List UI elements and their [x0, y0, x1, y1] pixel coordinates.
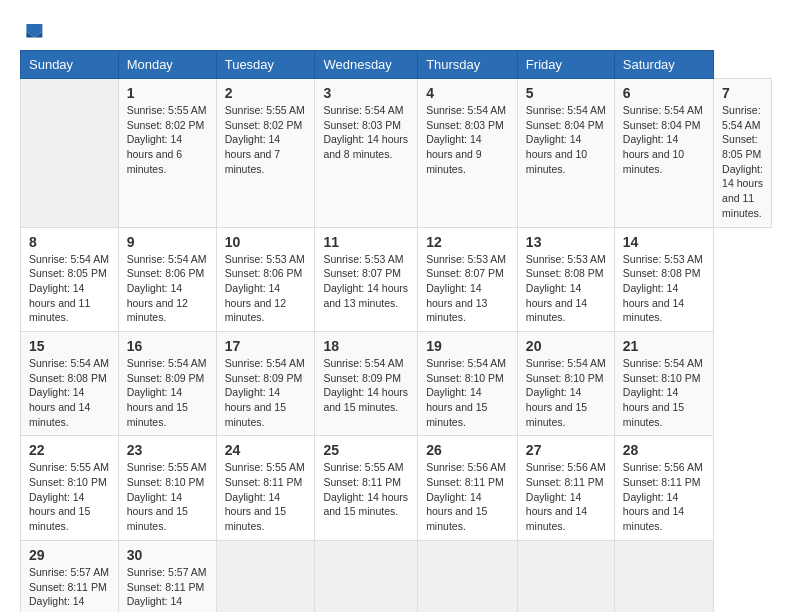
calendar-day-cell: 4 Sunrise: 5:54 AM Sunset: 8:03 PM Dayli…	[418, 79, 518, 228]
day-info: Sunrise: 5:55 AM Sunset: 8:10 PM Dayligh…	[29, 460, 110, 533]
calendar-day-cell: 14 Sunrise: 5:53 AM Sunset: 8:08 PM Dayl…	[614, 227, 713, 331]
calendar-day-cell: 29 Sunrise: 5:57 AM Sunset: 8:11 PM Dayl…	[21, 540, 119, 612]
day-number: 7	[722, 85, 763, 101]
page-header	[20, 20, 772, 40]
day-number: 29	[29, 547, 110, 563]
day-number: 19	[426, 338, 509, 354]
calendar-day-cell: 24 Sunrise: 5:55 AM Sunset: 8:11 PM Dayl…	[216, 436, 315, 540]
day-number: 10	[225, 234, 307, 250]
calendar-day-cell: 10 Sunrise: 5:53 AM Sunset: 8:06 PM Dayl…	[216, 227, 315, 331]
day-info: Sunrise: 5:57 AM Sunset: 8:11 PM Dayligh…	[29, 565, 110, 612]
weekday-header: Sunday	[21, 51, 119, 79]
day-number: 14	[623, 234, 705, 250]
calendar-day-cell: 1 Sunrise: 5:55 AM Sunset: 8:02 PM Dayli…	[118, 79, 216, 228]
day-number: 27	[526, 442, 606, 458]
calendar-day-cell: 30 Sunrise: 5:57 AM Sunset: 8:11 PM Dayl…	[118, 540, 216, 612]
day-info: Sunrise: 5:53 AM Sunset: 8:08 PM Dayligh…	[623, 252, 705, 325]
calendar-day-cell: 19 Sunrise: 5:54 AM Sunset: 8:10 PM Dayl…	[418, 331, 518, 435]
day-number: 28	[623, 442, 705, 458]
day-info: Sunrise: 5:56 AM Sunset: 8:11 PM Dayligh…	[526, 460, 606, 533]
calendar-day-cell	[614, 540, 713, 612]
logo-icon	[20, 20, 44, 40]
day-info: Sunrise: 5:54 AM Sunset: 8:10 PM Dayligh…	[426, 356, 509, 429]
calendar-day-cell	[418, 540, 518, 612]
calendar-week-row: 8 Sunrise: 5:54 AM Sunset: 8:05 PM Dayli…	[21, 227, 772, 331]
day-number: 12	[426, 234, 509, 250]
day-info: Sunrise: 5:54 AM Sunset: 8:08 PM Dayligh…	[29, 356, 110, 429]
day-info: Sunrise: 5:54 AM Sunset: 8:04 PM Dayligh…	[623, 103, 705, 176]
weekday-header: Friday	[517, 51, 614, 79]
day-info: Sunrise: 5:54 AM Sunset: 8:03 PM Dayligh…	[426, 103, 509, 176]
calendar-day-cell: 27 Sunrise: 5:56 AM Sunset: 8:11 PM Dayl…	[517, 436, 614, 540]
day-number: 22	[29, 442, 110, 458]
day-number: 18	[323, 338, 409, 354]
calendar-day-cell: 20 Sunrise: 5:54 AM Sunset: 8:10 PM Dayl…	[517, 331, 614, 435]
calendar-day-cell: 15 Sunrise: 5:54 AM Sunset: 8:08 PM Dayl…	[21, 331, 119, 435]
day-info: Sunrise: 5:53 AM Sunset: 8:07 PM Dayligh…	[426, 252, 509, 325]
day-info: Sunrise: 5:55 AM Sunset: 8:11 PM Dayligh…	[323, 460, 409, 519]
day-number: 2	[225, 85, 307, 101]
day-number: 20	[526, 338, 606, 354]
weekday-header: Thursday	[418, 51, 518, 79]
calendar-day-cell: 13 Sunrise: 5:53 AM Sunset: 8:08 PM Dayl…	[517, 227, 614, 331]
calendar-day-cell: 6 Sunrise: 5:54 AM Sunset: 8:04 PM Dayli…	[614, 79, 713, 228]
day-info: Sunrise: 5:54 AM Sunset: 8:06 PM Dayligh…	[127, 252, 208, 325]
day-number: 23	[127, 442, 208, 458]
day-info: Sunrise: 5:54 AM Sunset: 8:09 PM Dayligh…	[323, 356, 409, 415]
day-info: Sunrise: 5:54 AM Sunset: 8:10 PM Dayligh…	[526, 356, 606, 429]
day-number: 26	[426, 442, 509, 458]
day-number: 16	[127, 338, 208, 354]
day-info: Sunrise: 5:53 AM Sunset: 8:06 PM Dayligh…	[225, 252, 307, 325]
day-info: Sunrise: 5:55 AM Sunset: 8:02 PM Dayligh…	[127, 103, 208, 176]
calendar-week-row: 1 Sunrise: 5:55 AM Sunset: 8:02 PM Dayli…	[21, 79, 772, 228]
day-number: 24	[225, 442, 307, 458]
day-number: 1	[127, 85, 208, 101]
day-info: Sunrise: 5:57 AM Sunset: 8:11 PM Dayligh…	[127, 565, 208, 612]
calendar-day-cell: 11 Sunrise: 5:53 AM Sunset: 8:07 PM Dayl…	[315, 227, 418, 331]
calendar-day-cell: 22 Sunrise: 5:55 AM Sunset: 8:10 PM Dayl…	[21, 436, 119, 540]
weekday-header: Monday	[118, 51, 216, 79]
day-number: 6	[623, 85, 705, 101]
calendar-day-cell: 5 Sunrise: 5:54 AM Sunset: 8:04 PM Dayli…	[517, 79, 614, 228]
day-info: Sunrise: 5:56 AM Sunset: 8:11 PM Dayligh…	[426, 460, 509, 533]
calendar-day-cell: 7 Sunrise: 5:54 AM Sunset: 8:05 PM Dayli…	[714, 79, 772, 228]
day-number: 5	[526, 85, 606, 101]
day-number: 8	[29, 234, 110, 250]
calendar-day-cell: 18 Sunrise: 5:54 AM Sunset: 8:09 PM Dayl…	[315, 331, 418, 435]
day-number: 4	[426, 85, 509, 101]
day-number: 25	[323, 442, 409, 458]
calendar-day-cell: 16 Sunrise: 5:54 AM Sunset: 8:09 PM Dayl…	[118, 331, 216, 435]
day-info: Sunrise: 5:54 AM Sunset: 8:05 PM Dayligh…	[722, 103, 763, 221]
weekday-header: Saturday	[614, 51, 713, 79]
day-number: 11	[323, 234, 409, 250]
day-info: Sunrise: 5:54 AM Sunset: 8:03 PM Dayligh…	[323, 103, 409, 162]
calendar-day-cell: 2 Sunrise: 5:55 AM Sunset: 8:02 PM Dayli…	[216, 79, 315, 228]
calendar-day-cell	[517, 540, 614, 612]
calendar-week-row: 22 Sunrise: 5:55 AM Sunset: 8:10 PM Dayl…	[21, 436, 772, 540]
day-info: Sunrise: 5:56 AM Sunset: 8:11 PM Dayligh…	[623, 460, 705, 533]
day-info: Sunrise: 5:54 AM Sunset: 8:05 PM Dayligh…	[29, 252, 110, 325]
calendar-day-cell: 26 Sunrise: 5:56 AM Sunset: 8:11 PM Dayl…	[418, 436, 518, 540]
day-number: 21	[623, 338, 705, 354]
weekday-header: Wednesday	[315, 51, 418, 79]
calendar-day-cell: 28 Sunrise: 5:56 AM Sunset: 8:11 PM Dayl…	[614, 436, 713, 540]
day-info: Sunrise: 5:55 AM Sunset: 8:10 PM Dayligh…	[127, 460, 208, 533]
day-number: 15	[29, 338, 110, 354]
day-info: Sunrise: 5:53 AM Sunset: 8:07 PM Dayligh…	[323, 252, 409, 311]
day-number: 30	[127, 547, 208, 563]
day-info: Sunrise: 5:54 AM Sunset: 8:09 PM Dayligh…	[225, 356, 307, 429]
day-number: 9	[127, 234, 208, 250]
calendar-day-cell: 17 Sunrise: 5:54 AM Sunset: 8:09 PM Dayl…	[216, 331, 315, 435]
calendar-day-cell: 9 Sunrise: 5:54 AM Sunset: 8:06 PM Dayli…	[118, 227, 216, 331]
logo	[20, 20, 48, 40]
day-number: 3	[323, 85, 409, 101]
calendar-day-cell	[315, 540, 418, 612]
weekday-header-row: SundayMondayTuesdayWednesdayThursdayFrid…	[21, 51, 772, 79]
calendar-day-cell: 21 Sunrise: 5:54 AM Sunset: 8:10 PM Dayl…	[614, 331, 713, 435]
calendar-week-row: 29 Sunrise: 5:57 AM Sunset: 8:11 PM Dayl…	[21, 540, 772, 612]
calendar-week-row: 15 Sunrise: 5:54 AM Sunset: 8:08 PM Dayl…	[21, 331, 772, 435]
calendar-day-cell	[21, 79, 119, 228]
day-info: Sunrise: 5:54 AM Sunset: 8:09 PM Dayligh…	[127, 356, 208, 429]
calendar-day-cell: 12 Sunrise: 5:53 AM Sunset: 8:07 PM Dayl…	[418, 227, 518, 331]
day-info: Sunrise: 5:55 AM Sunset: 8:02 PM Dayligh…	[225, 103, 307, 176]
